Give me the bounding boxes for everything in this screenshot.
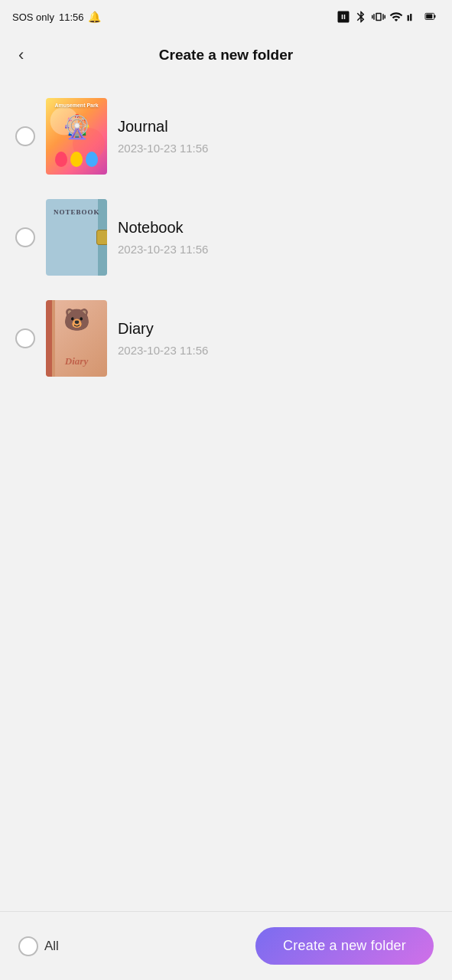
list-item[interactable]: NOTEBOOK Notebook 2023-10-23 11:56 [0, 187, 452, 288]
battery-icon [421, 11, 440, 22]
all-select[interactable]: All [18, 936, 59, 956]
diary-label: Diary [65, 355, 88, 368]
signal-icon [407, 11, 418, 22]
bottom-bar: All Create a new folder [0, 911, 452, 980]
journal-cover-text: Amusement Park [54, 103, 98, 108]
all-radio[interactable] [18, 936, 38, 956]
diary-radio[interactable] [15, 328, 35, 348]
notebook-cover-label: NOTEBOOK [54, 208, 96, 216]
list-item[interactable]: Amusement Park 🎡 Journal 2023-10-23 11:5… [0, 86, 452, 187]
journal-info: Journal 2023-10-23 11:56 [118, 118, 437, 155]
status-time: 11:56 [59, 11, 84, 23]
page-title: Create a new folder [159, 47, 293, 64]
bluetooth-icon [354, 10, 368, 24]
journal-illustration: 🎡 [63, 113, 91, 140]
status-icons [337, 10, 440, 24]
all-label: All [44, 939, 59, 954]
svg-rect-1 [410, 14, 411, 21]
journal-cover: Amusement Park 🎡 [46, 98, 107, 175]
list-item[interactable]: 🐻 Diary Diary 2023-10-23 11:56 [0, 288, 452, 389]
back-button[interactable]: ‹ [12, 42, 30, 68]
diary-name: Diary [118, 320, 437, 338]
vibrate-icon [372, 10, 385, 24]
create-folder-button[interactable]: Create a new folder [255, 927, 434, 965]
journal-radio[interactable] [15, 126, 35, 146]
journal-balloons [55, 152, 98, 167]
diary-spine [52, 300, 55, 377]
notebook-info: Notebook 2023-10-23 11:56 [118, 219, 437, 256]
notebook-name: Notebook [118, 219, 437, 237]
bell-icon: 🔔 [88, 11, 101, 23]
notebook-list: Amusement Park 🎡 Journal 2023-10-23 11:5… [0, 77, 452, 911]
svg-rect-3 [434, 15, 436, 18]
svg-rect-4 [426, 15, 432, 19]
notebook-date: 2023-10-23 11:56 [118, 243, 437, 256]
nfc-icon [337, 10, 350, 24]
notebook-radio[interactable] [15, 227, 35, 247]
journal-date: 2023-10-23 11:56 [118, 142, 437, 155]
svg-rect-0 [408, 15, 409, 21]
sos-text: SOS only [12, 11, 54, 23]
status-left: SOS only 11:56 🔔 [12, 11, 101, 23]
journal-name: Journal [118, 118, 437, 136]
diary-cover: 🐻 Diary [46, 300, 107, 377]
wifi-icon [389, 10, 403, 24]
notebook-cover: NOTEBOOK [46, 199, 107, 276]
diary-bear-icon: 🐻 [63, 309, 90, 331]
notebook-clasp [96, 230, 107, 245]
header: ‹ Create a new folder [0, 34, 452, 77]
status-bar: SOS only 11:56 🔔 [0, 0, 452, 34]
diary-info: Diary 2023-10-23 11:56 [118, 320, 437, 357]
diary-date: 2023-10-23 11:56 [118, 344, 437, 357]
